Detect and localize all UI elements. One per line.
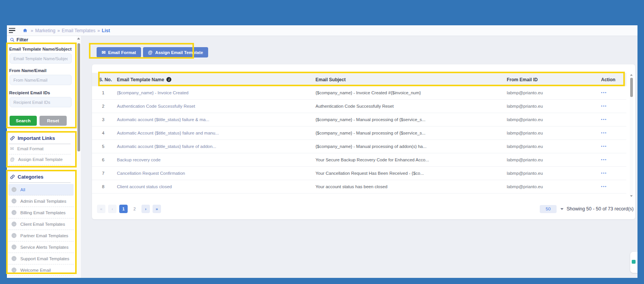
table-row: 4 Automatic Account {$title_status} fail…: [92, 126, 626, 140]
cell-subject: {$company_name} - Manual processing of {…: [315, 131, 507, 135]
template-name-link[interactable]: Cancellation Request Confirmation: [117, 171, 315, 176]
cell-subject: Your account status has been closed: [315, 184, 507, 189]
divider: [9, 154, 71, 154]
reset-button[interactable]: Reset: [39, 116, 67, 126]
row-actions-button[interactable]: •••: [601, 104, 626, 108]
chevron-down-icon[interactable]: [560, 208, 564, 210]
chat-widget-peek[interactable]: [630, 252, 637, 273]
table-row: 6 Backup recovery code Your Secure Backu…: [92, 153, 626, 167]
from-name-input[interactable]: [10, 75, 72, 85]
toolbar: ✉ Email Format @ Assign Email Template: [97, 47, 208, 57]
row-actions-button[interactable]: •••: [601, 131, 626, 135]
records-summary: Showing 50 - 50 of 73 record(s): [567, 206, 634, 212]
link-email-format[interactable]: ✉ Email Format: [10, 146, 43, 151]
cell-sno: 6: [99, 158, 117, 162]
template-name-link[interactable]: Automatic account {$title_status} failur…: [117, 144, 315, 149]
page-next-button[interactable]: ›: [141, 205, 150, 213]
link-label: Assign Email Template: [18, 157, 62, 162]
cell-from-email: labmp@prianto.eu: [507, 171, 601, 176]
category-label: Partner Email Templates: [20, 233, 68, 238]
circle-arrow-icon: →: [12, 187, 16, 192]
search-button[interactable]: Search: [10, 116, 37, 126]
row-actions-button[interactable]: •••: [601, 118, 626, 121]
main-content: ✉ Email Format @ Assign Email Template S…: [81, 36, 637, 278]
row-actions-button[interactable]: •••: [601, 171, 626, 175]
category-item-all[interactable]: → All: [8, 184, 74, 195]
row-actions-button[interactable]: •••: [601, 91, 626, 95]
cell-subject: Your Secure Backup Recovery Code for Enh…: [315, 158, 507, 162]
row-actions-button[interactable]: •••: [601, 158, 626, 162]
filter-sidebar: Filter Email Template Name/Subject From …: [7, 36, 77, 278]
table-scrollbar[interactable]: [630, 74, 633, 197]
breadcrumb: » Marketing » Email Templates » List: [31, 28, 110, 33]
email-format-button[interactable]: ✉ Email Format: [97, 47, 141, 57]
category-label: Welcome Email: [20, 268, 51, 273]
scroll-up-icon[interactable]: [77, 38, 80, 39]
sidebar-scrollbar[interactable]: [77, 36, 81, 278]
template-name-link[interactable]: Authentication Code Successfully Reset: [117, 104, 315, 108]
header-template-name: Email Template Name i: [117, 77, 315, 82]
table-header-row: S. No. Email Template Name i Email Subje…: [92, 73, 626, 86]
table-row: 2 Authentication Code Successfully Reset…: [92, 100, 626, 113]
search-icon: [10, 38, 15, 42]
category-label: Service Alerts Templates: [20, 245, 69, 250]
link-icon: [10, 174, 15, 179]
cell-subject: Your Cancellation Request Has Been Recei…: [315, 171, 507, 176]
assign-email-template-button[interactable]: @ Assign Email Template: [143, 47, 208, 57]
scroll-up-icon[interactable]: [630, 74, 632, 76]
category-label: Client Email Templates: [20, 222, 65, 227]
cell-sno: 8: [99, 184, 117, 189]
at-sign-icon: @: [148, 50, 153, 55]
cell-subject: {$company_name} - Invoice Created #{$inv…: [315, 90, 507, 95]
important-links-header: Important Links: [10, 135, 55, 141]
cell-subject: {$company_name} - Manual processing of a…: [315, 144, 507, 149]
hamburger-menu-icon[interactable]: [9, 28, 16, 33]
circle-arrow-icon: →: [12, 268, 16, 273]
filter-title: Filter: [16, 37, 28, 43]
template-name-link[interactable]: Backup recovery code: [117, 158, 315, 162]
page-last-button[interactable]: »: [153, 205, 161, 213]
recipient-email-input[interactable]: [10, 97, 72, 107]
template-name-link[interactable]: Automatic account {$title_status} failur…: [117, 117, 315, 122]
category-item-support[interactable]: → Support Email Templates: [8, 253, 74, 264]
scroll-down-icon[interactable]: [630, 195, 632, 197]
breadcrumb-item-marketing[interactable]: Marketing: [35, 28, 56, 33]
page-first-button[interactable]: «: [97, 205, 105, 213]
category-item-admin[interactable]: → Admin Email Templates: [8, 195, 74, 207]
row-actions-button[interactable]: •••: [601, 185, 626, 189]
cell-from-email: labmp@prianto.eu: [507, 104, 601, 108]
info-icon[interactable]: i: [166, 77, 171, 82]
sidebar-scrollbar-thumb[interactable]: [77, 43, 80, 151]
template-name-link[interactable]: {$company_name} - Invoice Created: [117, 90, 315, 95]
home-icon[interactable]: [23, 28, 28, 33]
breadcrumb-item-email-templates[interactable]: Email Templates: [62, 28, 95, 33]
table-scrollbar-thumb[interactable]: [630, 78, 633, 97]
button-label: Email Format: [108, 50, 136, 55]
header-action: Action: [601, 77, 626, 82]
page-size-select[interactable]: 50: [540, 205, 557, 213]
circle-arrow-icon: →: [12, 222, 16, 227]
divider: [9, 144, 71, 144]
cell-from-email: labmp@prianto.eu: [507, 117, 601, 122]
category-item-billing[interactable]: → Billing Email Templates: [8, 207, 74, 218]
template-name-input[interactable]: [10, 53, 72, 64]
link-assign-email-template[interactable]: @ Assign Email Template: [10, 157, 62, 162]
table-row: 8 Client account status closed Your acco…: [92, 180, 626, 194]
template-name-link[interactable]: Automatic Account {$title_status} failur…: [117, 131, 315, 135]
category-item-welcome[interactable]: → Welcome Email: [8, 264, 74, 276]
table-row: 1 {$company_name} - Invoice Created {$co…: [92, 86, 626, 100]
template-name-link[interactable]: Client account status closed: [117, 184, 315, 189]
page-1-button[interactable]: 1: [119, 205, 128, 213]
cell-from-email: labmp@prianto.eu: [507, 144, 601, 149]
page-prev-button[interactable]: ‹: [108, 205, 117, 213]
page-2-button[interactable]: 2: [130, 205, 139, 213]
circle-arrow-icon: →: [12, 233, 16, 238]
row-actions-button[interactable]: •••: [601, 144, 626, 148]
breadcrumb-current-list[interactable]: List: [102, 28, 110, 33]
category-item-client[interactable]: → Client Email Templates: [8, 218, 74, 230]
category-item-service-alerts[interactable]: → Service Alerts Templates: [8, 241, 74, 253]
cell-sno: 4: [99, 131, 117, 135]
breadcrumb-separator: »: [57, 28, 60, 33]
cell-from-email: labmp@prianto.eu: [507, 158, 601, 162]
category-item-partner[interactable]: → Partner Email Templates: [8, 230, 74, 241]
